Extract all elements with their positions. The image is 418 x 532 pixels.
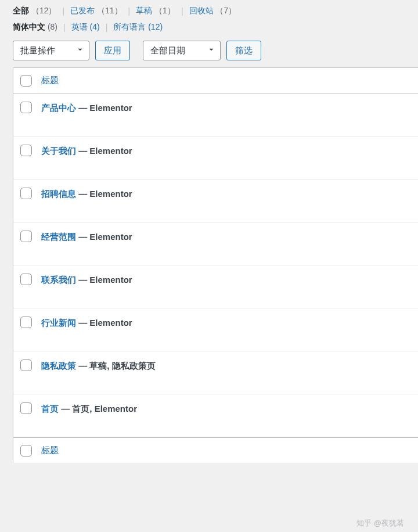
row-title-cell: 经营范围 — Elementor bbox=[41, 231, 132, 243]
row-suffix: — 首页, Elementor bbox=[59, 404, 137, 414]
row-title-cell: 联系我们 — Elementor bbox=[41, 274, 132, 286]
actions-bar: 批量操作 应用 全部日期 筛选 bbox=[13, 41, 418, 60]
row-suffix: — Elementor bbox=[76, 232, 132, 242]
row-title-link[interactable]: 经营范围 bbox=[41, 232, 76, 242]
chevron-down-icon bbox=[76, 46, 84, 56]
table-row: 关于我们 — Elementor bbox=[13, 136, 418, 179]
lang-en[interactable]: 英语 (4) bbox=[71, 22, 100, 33]
row-checkbox[interactable] bbox=[20, 360, 32, 371]
filter-published[interactable]: 已发布 （11） bbox=[70, 6, 122, 16]
row-title-link[interactable]: 关于我们 bbox=[41, 146, 76, 156]
lang-zh[interactable]: 简体中文 (8) bbox=[13, 22, 57, 33]
apply-button[interactable]: 应用 bbox=[95, 41, 130, 60]
filter-button[interactable]: 筛选 bbox=[226, 41, 261, 60]
row-checkbox[interactable] bbox=[20, 274, 32, 285]
table-row: 行业新闻 — Elementor bbox=[13, 308, 418, 351]
row-checkbox[interactable] bbox=[20, 145, 32, 156]
row-suffix: — Elementor bbox=[76, 103, 132, 113]
row-suffix: — Elementor bbox=[76, 318, 132, 328]
pages-table: 标题 产品中心 — Elementor关于我们 — Elementor招聘信息 … bbox=[13, 67, 418, 463]
row-title-cell: 产品中心 — Elementor bbox=[41, 102, 132, 114]
row-suffix: — Elementor bbox=[76, 275, 132, 285]
chevron-down-icon bbox=[207, 46, 215, 56]
language-filter-row: 简体中文 (8) | 英语 (4) | 所有语言 (12) bbox=[13, 22, 418, 33]
row-title-link[interactable]: 首页 bbox=[41, 404, 59, 414]
table-row: 首页 — 首页, Elementor bbox=[13, 394, 418, 437]
column-title[interactable]: 标题 bbox=[41, 75, 59, 86]
row-title-link[interactable]: 联系我们 bbox=[41, 275, 76, 285]
row-title-cell: 隐私政策 — 草稿, 隐私政策页 bbox=[41, 360, 156, 372]
table-row: 经营范围 — Elementor bbox=[13, 222, 418, 265]
row-checkbox[interactable] bbox=[20, 188, 32, 199]
separator: | bbox=[181, 6, 183, 16]
row-title-cell: 关于我们 — Elementor bbox=[41, 145, 132, 157]
row-suffix: — Elementor bbox=[76, 189, 132, 199]
row-title-link[interactable]: 隐私政策 bbox=[41, 361, 76, 371]
bulk-action-select[interactable]: 批量操作 bbox=[13, 41, 89, 60]
row-checkbox[interactable] bbox=[20, 231, 32, 242]
row-title-link[interactable]: 行业新闻 bbox=[41, 318, 76, 328]
table-row: 联系我们 — Elementor bbox=[13, 265, 418, 308]
row-suffix: — 草稿, 隐私政策页 bbox=[76, 361, 156, 371]
row-title-cell: 招聘信息 — Elementor bbox=[41, 188, 132, 200]
row-title-cell: 行业新闻 — Elementor bbox=[41, 317, 132, 329]
separator: | bbox=[106, 23, 108, 32]
row-title-link[interactable]: 招聘信息 bbox=[41, 189, 76, 199]
table-row: 隐私政策 — 草稿, 隐私政策页 bbox=[13, 351, 418, 394]
status-filter-row: 全部 （12） | 已发布 （11） | 草稿 （1） | 回收站 （7） bbox=[13, 6, 418, 16]
table-row: 招聘信息 — Elementor bbox=[13, 179, 418, 222]
row-title-link[interactable]: 产品中心 bbox=[41, 103, 76, 113]
filter-all[interactable]: 全部 （12） bbox=[13, 6, 56, 16]
separator: | bbox=[63, 23, 66, 32]
row-checkbox[interactable] bbox=[20, 317, 32, 328]
column-title-footer[interactable]: 标题 bbox=[41, 445, 59, 456]
separator: | bbox=[128, 6, 131, 16]
row-suffix: — Elementor bbox=[76, 146, 132, 156]
filter-trash[interactable]: 回收站 （7） bbox=[189, 6, 237, 16]
row-checkbox[interactable] bbox=[20, 102, 32, 113]
select-all-checkbox[interactable] bbox=[20, 75, 32, 87]
select-all-checkbox-bottom[interactable] bbox=[20, 445, 32, 456]
row-title-cell: 首页 — 首页, Elementor bbox=[41, 402, 137, 415]
lang-all[interactable]: 所有语言 (12) bbox=[113, 22, 163, 33]
table-footer: 标题 bbox=[13, 437, 418, 463]
table-row: 产品中心 — Elementor bbox=[13, 94, 418, 136]
date-filter-select[interactable]: 全部日期 bbox=[143, 41, 221, 60]
separator: | bbox=[62, 6, 64, 16]
table-header: 标题 bbox=[13, 68, 418, 94]
row-checkbox[interactable] bbox=[20, 402, 32, 414]
filter-draft[interactable]: 草稿 （1） bbox=[136, 6, 175, 16]
